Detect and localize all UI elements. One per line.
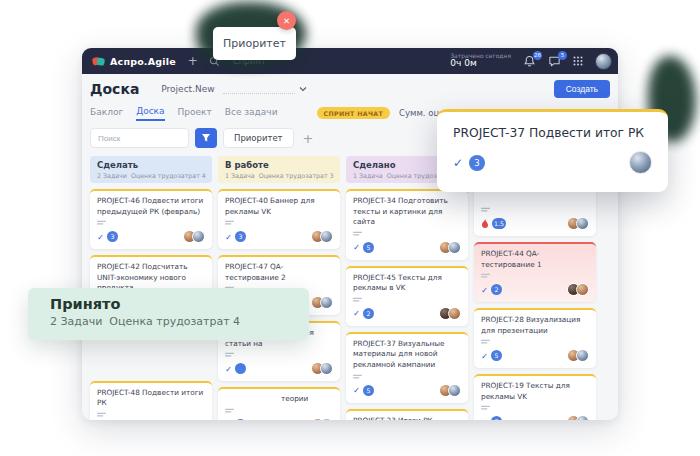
filter-button[interactable] <box>195 128 217 148</box>
estimate-badge: 5 <box>363 242 374 253</box>
time-value: 0ч 0м <box>450 59 511 69</box>
check-icon: ✓ <box>453 156 463 170</box>
task-title: PROJECT-40 Баннер для рекламы VK <box>225 196 333 217</box>
task-card[interactable]: PROJECT-23 Итоги РК ✓ 5 <box>346 409 468 420</box>
task-card[interactable]: PROJECT-48 Подвести итоги РК ✓ 3 <box>90 381 212 420</box>
add-icon[interactable]: + <box>188 54 198 68</box>
avatar <box>576 415 589 420</box>
task-card[interactable]: PROJECT-45 Тексты для рекламы в VK ✓ 2 <box>346 266 468 326</box>
task-title: PROJECT-48 Подвести итоги РК <box>97 388 205 409</box>
description-icon <box>481 207 490 214</box>
app-logo[interactable]: Аспро.Agile <box>92 55 176 68</box>
task-title: PROJECT-47 QA-тестирование 2 <box>225 262 333 283</box>
estimate-badge: 3 <box>107 231 118 242</box>
project-selector[interactable]: Project.New <box>161 84 214 94</box>
estimate-badge <box>235 363 246 374</box>
task-card[interactable]: PROJECT-37 Визуальные материалы для ново… <box>346 332 468 403</box>
avatar <box>576 349 589 362</box>
check-icon: ✓ <box>353 385 360 395</box>
tab-project[interactable]: Проект <box>178 107 212 120</box>
close-icon[interactable]: ✕ <box>277 11 296 30</box>
user-avatar[interactable] <box>595 53 612 70</box>
task-popup-card[interactable]: PROJECT-37 Подвести итог РК ✓ 3 <box>437 109 668 192</box>
check-icon: ✓ <box>225 232 232 242</box>
priority-filter-button[interactable]: Приоритет <box>223 128 294 148</box>
sprint-status-badge: СПРИНТ НАЧАТ <box>317 107 391 119</box>
chevron-down-icon[interactable] <box>299 86 307 92</box>
notifications-badge: 26 <box>533 51 542 60</box>
description-icon <box>353 297 362 304</box>
check-icon: ✓ <box>481 351 488 361</box>
avatar <box>320 296 333 309</box>
task-card[interactable]: PROJECT-46 Подвести итоги предыдущей РК … <box>90 189 212 249</box>
topbar: Аспро.Agile + Спринт Затрачено сегодня 0… <box>82 48 618 74</box>
task-title: PROJECT-45 Тексты для рекламы в VK <box>353 273 461 294</box>
accepted-column-callout: Принято 2 Задачи Оценка трудозатрат 4 <box>28 288 309 340</box>
column-header: Сделать 2 Задачи Оценка трудозатрат 4 <box>90 156 212 183</box>
check-icon: ✓ <box>97 232 104 242</box>
avatar <box>320 362 333 375</box>
avatar <box>576 217 589 230</box>
create-button[interactable]: Создать <box>554 80 610 98</box>
notifications-button[interactable]: 26 <box>523 55 536 68</box>
task-card[interactable]: PROJECT-40 Баннер для рекламы VK ✓ 3 <box>218 189 340 249</box>
description-icon <box>225 352 234 359</box>
check-icon: ✓ <box>225 364 232 374</box>
estimate-badge: 3 <box>469 155 485 171</box>
estimate-badge: 5 <box>491 350 502 361</box>
dotted-leader <box>223 93 295 94</box>
check-icon: ✓ <box>481 285 488 295</box>
tab-all-tasks[interactable]: Все задачи <box>225 107 278 120</box>
column-title: Сделать <box>97 160 205 170</box>
task-card[interactable]: PROJECT-28 Визуализация для презентации … <box>474 308 596 368</box>
description-icon <box>225 220 234 227</box>
task-card[interactable]: PROJECT-19 Тексты для рекламы VK ✓ 5 <box>474 374 596 420</box>
check-icon: ✓ <box>481 417 488 420</box>
logo-icon <box>92 55 105 68</box>
column-subtitle: 1 Задача Оценка трудозатрат 3 <box>225 172 333 179</box>
tab-backlog[interactable]: Баклог <box>90 107 123 120</box>
accepted-title: Принято <box>50 296 309 312</box>
task-title <box>481 195 589 204</box>
task-title: PROJECT-19 Тексты для рекламы VK <box>481 381 589 402</box>
check-icon: ✓ <box>353 242 360 252</box>
avatar <box>320 230 333 243</box>
avatar <box>448 307 461 320</box>
task-title: PROJECT-23 Итоги РК <box>353 416 461 420</box>
task-title: PROJECT-46 Подвести итоги предыдущей РК … <box>97 196 205 217</box>
column-done: Сделано 1 Задача Оценка трудозатрат PROJ… <box>346 156 468 420</box>
task-card[interactable]: PROJECT-34 Подготовить тексты и картинки… <box>346 189 468 260</box>
funnel-icon <box>201 133 211 143</box>
apps-menu-button[interactable] <box>573 56 583 66</box>
estimate-badge: 1.5 <box>492 218 506 229</box>
avatar <box>320 418 333 420</box>
column-title: В работе <box>225 160 333 170</box>
search-input[interactable] <box>90 128 189 148</box>
avatar <box>192 230 205 243</box>
task-card[interactable]: 1.5 <box>474 188 596 236</box>
app-name: Аспро.Agile <box>110 56 176 67</box>
task-title: PROJECT-28 Визуализация для презентации <box>481 315 589 336</box>
task-card-highlighted[interactable]: PROJECT-44 QA-тестирование 1 ✓ 2 <box>474 242 596 302</box>
avatar <box>448 384 461 397</box>
check-icon: ✓ <box>353 308 360 318</box>
tab-board[interactable]: Доска <box>136 106 164 121</box>
avatar <box>576 283 589 296</box>
task-title: PROJECT-34 Подготовить тексты и картинки… <box>353 196 461 228</box>
messages-button[interactable]: 5 <box>548 55 561 68</box>
page-title: Доска <box>90 81 139 97</box>
priority-tooltip: Приоритет <box>213 27 296 60</box>
estimate-badge: 3 <box>235 419 246 420</box>
task-title: PROJECT-37 Визуальные материалы для ново… <box>353 339 461 371</box>
app-window: Аспро.Agile + Спринт Затрачено сегодня 0… <box>82 48 618 420</box>
task-title: теории <box>225 394 333 405</box>
popup-task-title: PROJECT-37 Подвести итог РК <box>453 126 652 140</box>
description-icon <box>481 273 490 280</box>
estimate-badge: 2 <box>363 308 374 319</box>
estimate-badge: 2 <box>491 284 502 295</box>
description-icon <box>353 374 362 381</box>
description-icon <box>225 408 234 415</box>
add-filter-button[interactable]: + <box>303 131 314 146</box>
estimate-badge: 3 <box>235 231 246 242</box>
task-card[interactable]: теории ✓ 3 <box>218 387 340 420</box>
